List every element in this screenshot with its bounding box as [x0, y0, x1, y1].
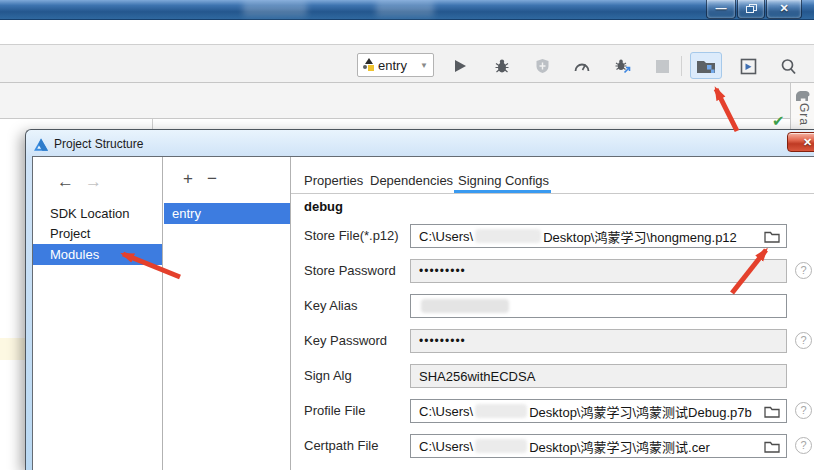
folder-icon — [764, 230, 780, 243]
redacted-username — [475, 229, 541, 243]
restore-button[interactable] — [737, 0, 765, 19]
debug-button[interactable] — [491, 55, 513, 77]
path-prefix: C:\Users\ — [419, 404, 473, 419]
tab-properties[interactable]: Properties — [304, 173, 363, 188]
module-list-item-entry[interactable]: entry — [164, 203, 290, 224]
certpath-file-input[interactable]: C:\Users\Desktop\鸿蒙学习\鸿蒙测试.cer — [410, 434, 787, 458]
back-icon: ← — [57, 172, 74, 191]
key-alias-label: Key Alias — [304, 298, 357, 313]
deveco-logo-icon — [34, 138, 48, 151]
dialog-titlebar: Project Structure — [34, 135, 143, 153]
dialog-left-nav: ← → SDK Location Project Modules — [33, 157, 163, 470]
module-icon — [363, 58, 374, 72]
close-icon: ✕ — [779, 2, 788, 14]
editor-highlight-patch — [0, 338, 25, 360]
remove-module-button[interactable]: − — [207, 169, 217, 189]
tab-signing-configs[interactable]: Signing Configs — [458, 173, 549, 188]
search-icon — [780, 58, 797, 75]
store-file-input[interactable]: C:\Users\Desktop\鸿蒙学习\hongmeng.p12 — [410, 224, 787, 248]
stop-button[interactable] — [651, 55, 673, 77]
store-password-help-icon[interactable]: ? — [795, 262, 812, 279]
debug-bug-icon — [494, 58, 510, 74]
tab-dependencies[interactable]: Dependencies — [370, 173, 453, 188]
password-dots: ••••••••• — [419, 334, 466, 348]
redacted-key-alias — [421, 299, 509, 313]
path-suffix: Desktop\鸿蒙学习\鸿蒙测试Debug.p7b — [529, 402, 752, 421]
sign-alg-value: SHA256withECDSA — [419, 369, 535, 384]
dialog-title: Project Structure — [54, 137, 143, 151]
run-configuration-select[interactable]: entry ▼ — [357, 53, 434, 77]
browse-profile-file-button[interactable] — [764, 405, 780, 418]
back-button[interactable]: ← — [57, 172, 74, 192]
stop-icon — [656, 60, 669, 73]
dialog-close-icon: ✕ — [803, 136, 812, 148]
coverage-shield-icon — [535, 58, 550, 74]
navigation-bar — [0, 83, 790, 119]
titlebar-glass-highlight — [376, 1, 434, 16]
minus-icon: − — [207, 169, 217, 188]
dialog-close-button[interactable]: ✕ — [787, 132, 814, 152]
attach-debugger-icon — [614, 58, 631, 74]
profiler-gauge-icon — [573, 59, 591, 73]
signing-configs-panel: Properties Dependencies Signing Configs … — [291, 157, 814, 470]
key-password-label: Key Password — [304, 333, 387, 348]
project-structure-button[interactable] — [690, 52, 722, 79]
main-window: — ✕ entry ▼ — [0, 0, 814, 470]
module-list-panel: + − entry — [163, 157, 291, 470]
key-alias-input[interactable] — [410, 294, 787, 318]
certpath-file-help-icon[interactable]: ? — [795, 437, 812, 454]
certpath-file-label: Certpath File — [304, 438, 378, 453]
run-button[interactable] — [449, 55, 471, 77]
run-configuration-label: entry — [378, 58, 416, 73]
sign-alg-input[interactable]: SHA256withECDSA — [410, 364, 787, 388]
store-file-label: Store File(*.p12) — [304, 228, 399, 243]
dialog-content: ← → SDK Location Project Modules + − ent… — [32, 156, 814, 470]
folder-icon — [764, 405, 780, 418]
path-prefix: C:\Users\ — [419, 229, 473, 244]
nav-item-project[interactable]: Project — [33, 223, 162, 244]
project-structure-icon — [696, 58, 716, 74]
minimize-button[interactable]: — — [706, 0, 736, 19]
nav-item-sdk-location[interactable]: SDK Location — [33, 203, 162, 224]
path-suffix: Desktop\鸿蒙学习\hongmeng.p12 — [543, 227, 737, 246]
attach-debugger-button[interactable] — [611, 55, 633, 77]
minimize-icon: — — [716, 2, 727, 14]
store-password-input[interactable]: ••••••••• — [410, 259, 787, 283]
project-structure-dialog: Project Structure ✕ ← → SDK Location Pro… — [25, 129, 814, 470]
toolbar-divider — [681, 56, 682, 76]
close-button[interactable]: ✕ — [766, 0, 802, 19]
add-module-button[interactable]: + — [183, 169, 193, 189]
forward-icon: → — [85, 172, 102, 191]
menu-strip — [0, 21, 814, 44]
titlebar-glass-highlight — [243, 1, 307, 16]
nav-item-modules[interactable]: Modules — [33, 244, 162, 265]
run-panel-icon — [740, 58, 757, 75]
folder-icon — [764, 440, 780, 453]
inspections-status-icon[interactable]: ✔ — [772, 112, 785, 130]
store-password-label: Store Password — [304, 263, 396, 278]
run-with-coverage-button[interactable] — [531, 55, 553, 77]
search-button[interactable] — [777, 55, 799, 77]
profile-file-help-icon[interactable]: ? — [795, 402, 812, 419]
chevron-down-icon: ▼ — [420, 61, 428, 70]
browse-certpath-file-button[interactable] — [764, 440, 780, 453]
password-dots: ••••••••• — [419, 264, 466, 278]
gradle-elephant-icon — [794, 90, 811, 102]
config-section-title: debug — [304, 199, 343, 214]
path-suffix: Desktop\鸿蒙学习\鸿蒙测试.cer — [529, 437, 710, 456]
tabs-separator — [291, 193, 814, 194]
profiler-button[interactable] — [571, 55, 593, 77]
profile-file-label: Profile File — [304, 403, 365, 418]
forward-button[interactable]: → — [85, 172, 102, 192]
restore-icon — [746, 4, 757, 14]
run-panel-button[interactable] — [737, 55, 759, 77]
key-password-help-icon[interactable]: ? — [795, 332, 812, 349]
key-password-input[interactable]: ••••••••• — [410, 329, 787, 353]
os-titlebar — [0, 0, 814, 20]
path-prefix: C:\Users\ — [419, 439, 473, 454]
redacted-username — [475, 404, 527, 418]
profile-file-input[interactable]: C:\Users\Desktop\鸿蒙学习\鸿蒙测试Debug.p7b — [410, 399, 787, 423]
browse-store-file-button[interactable] — [764, 230, 780, 243]
plus-icon: + — [183, 169, 193, 188]
sign-alg-label: Sign Alg — [304, 368, 352, 383]
